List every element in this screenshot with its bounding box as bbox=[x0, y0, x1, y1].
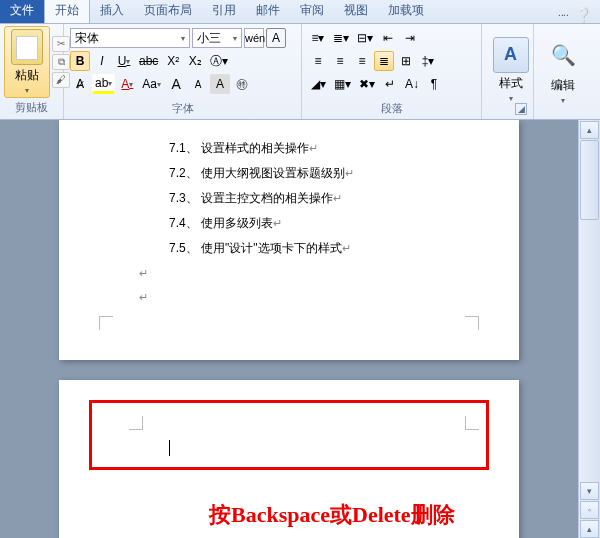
tab-mail[interactable]: 邮件 bbox=[246, 0, 290, 23]
tab-file[interactable]: 文件 bbox=[0, 0, 44, 23]
increase-indent-button[interactable]: ⇥ bbox=[400, 28, 420, 48]
chevron-down-icon: ▾ bbox=[25, 86, 29, 95]
numbering-button[interactable]: ≣▾ bbox=[330, 28, 352, 48]
sort-az-button[interactable]: A↓ bbox=[402, 74, 422, 94]
underline-button[interactable]: U▾ bbox=[114, 51, 134, 71]
ribbon: 粘贴 ▾ ✂ ⧉ 🖌 剪贴板 宋体▾ 小三▾ wén A B I U▾ abc bbox=[0, 24, 600, 120]
bullets-button[interactable]: ≡▾ bbox=[308, 28, 328, 48]
paste-icon bbox=[11, 29, 43, 65]
tab-view[interactable]: 视图 bbox=[334, 0, 378, 23]
character-border-button[interactable]: A bbox=[266, 28, 286, 48]
paragraph-mark-button[interactable]: ¶ bbox=[424, 74, 444, 94]
toc-line: 7.3、 设置主控文档的相关操作↵ bbox=[89, 190, 489, 207]
chevron-down-icon: ▾ bbox=[181, 34, 185, 43]
chevron-down-icon: ▾ bbox=[509, 94, 513, 103]
annotation-caption: 按Backspace或Delete删除 bbox=[209, 500, 455, 530]
browse-object-button[interactable]: ◦ bbox=[580, 501, 599, 519]
align-right-button[interactable]: ≡ bbox=[352, 51, 372, 71]
empty-paragraph: ↵ bbox=[89, 265, 489, 281]
prev-page-button[interactable]: ▴ bbox=[580, 520, 599, 538]
tab-addins[interactable]: 加载项 bbox=[378, 0, 434, 23]
font-name-value: 宋体 bbox=[75, 30, 99, 47]
paste-label: 粘贴 bbox=[15, 67, 39, 84]
chevron-down-icon: ▾ bbox=[233, 34, 237, 43]
ribbon-tabs: 文件 开始 插入 页面布局 引用 邮件 审阅 视图 加载项 ᠁ ❔ bbox=[0, 0, 600, 24]
styles-button[interactable]: 样式▾ bbox=[486, 26, 536, 113]
scroll-thumb[interactable] bbox=[580, 140, 599, 220]
chevron-down-icon: ▾ bbox=[561, 96, 565, 105]
group-styles: 样式▾ ◢ bbox=[482, 24, 534, 119]
font-group-label: 字体 bbox=[68, 99, 297, 118]
tab-page-layout[interactable]: 页面布局 bbox=[134, 0, 202, 23]
align-left-button[interactable]: ≡ bbox=[308, 51, 328, 71]
margin-crop-icon bbox=[99, 316, 113, 330]
help-icon[interactable]: ❔ bbox=[575, 7, 592, 23]
show-marks-button[interactable]: ↵ bbox=[380, 74, 400, 94]
tab-references[interactable]: 引用 bbox=[202, 0, 246, 23]
change-case-button[interactable]: Aa▾ bbox=[139, 74, 164, 94]
group-paragraph: ≡▾ ≣▾ ⊟▾ ⇤ ⇥ ≡ ≡ ≡ ≣ ⊞ ‡▾ ◢▾ ▦▾ ✖▾ ↵ A↓ … bbox=[302, 24, 482, 119]
minimize-ribbon-icon[interactable]: ᠁ bbox=[558, 10, 569, 21]
annotation-box bbox=[89, 400, 489, 470]
font-size-value: 小三 bbox=[197, 30, 221, 47]
sort-button[interactable]: ✖▾ bbox=[356, 74, 378, 94]
font-name-select[interactable]: 宋体▾ bbox=[70, 28, 190, 48]
document-area[interactable]: 7.1、 设置样式的相关操作↵ 7.2、 使用大纲视图设置标题级别↵ 7.3、 … bbox=[0, 120, 578, 538]
scroll-down-button[interactable]: ▾ bbox=[580, 482, 599, 500]
phonetic-guide-button[interactable]: wén bbox=[244, 28, 264, 48]
superscript-button[interactable]: X² bbox=[163, 51, 183, 71]
font-size-select[interactable]: 小三▾ bbox=[192, 28, 242, 48]
character-shading-button[interactable]: A bbox=[210, 74, 230, 94]
text-effects-button[interactable]: Ⓐ▾ bbox=[207, 51, 231, 71]
clear-format-button[interactable]: A̷ bbox=[70, 74, 90, 94]
font-color-button[interactable]: A▾ bbox=[117, 74, 137, 94]
enclose-char-button[interactable]: ㊕ bbox=[232, 74, 252, 94]
group-editing: 编辑▾ bbox=[534, 24, 584, 119]
clipboard-group-label: 剪贴板 bbox=[4, 98, 59, 117]
grow-font-button[interactable]: A bbox=[166, 74, 186, 94]
page-1: 7.1、 设置样式的相关操作↵ 7.2、 使用大纲视图设置标题级别↵ 7.3、 … bbox=[59, 120, 519, 360]
styles-icon bbox=[493, 37, 529, 73]
editing-label: 编辑 bbox=[551, 77, 575, 94]
toc-line: 7.1、 设置样式的相关操作↵ bbox=[89, 140, 489, 157]
page-2: 按Backspace或Delete删除 bbox=[59, 380, 519, 538]
empty-paragraph: ↵ bbox=[89, 289, 489, 305]
tab-review[interactable]: 审阅 bbox=[290, 0, 334, 23]
paste-button[interactable]: 粘贴 ▾ bbox=[4, 26, 50, 98]
line-spacing-button[interactable]: ‡▾ bbox=[418, 51, 438, 71]
bold-button[interactable]: B bbox=[70, 51, 90, 71]
italic-button[interactable]: I bbox=[92, 51, 112, 71]
tab-insert[interactable]: 插入 bbox=[90, 0, 134, 23]
subscript-button[interactable]: X₂ bbox=[185, 51, 205, 71]
margin-crop-icon bbox=[465, 316, 479, 330]
shrink-font-button[interactable]: A bbox=[188, 74, 208, 94]
shading-button[interactable]: ◢▾ bbox=[308, 74, 329, 94]
borders-button[interactable]: ▦▾ bbox=[331, 74, 354, 94]
paragraph-group-label: 段落 bbox=[306, 99, 477, 118]
find-icon bbox=[545, 39, 581, 75]
distribute-button[interactable]: ⊞ bbox=[396, 51, 416, 71]
tab-home[interactable]: 开始 bbox=[44, 0, 90, 23]
styles-label: 样式 bbox=[499, 75, 523, 92]
styles-dialog-launcher[interactable]: ◢ bbox=[515, 103, 527, 115]
editing-button[interactable]: 编辑▾ bbox=[538, 26, 588, 117]
group-font: 宋体▾ 小三▾ wén A B I U▾ abc X² X₂ Ⓐ▾ A̷ ab▾… bbox=[64, 24, 302, 119]
toc-line: 7.5、 使用"设计"选项卡下的样式↵ bbox=[89, 240, 489, 257]
align-center-button[interactable]: ≡ bbox=[330, 51, 350, 71]
vertical-scrollbar[interactable]: ▴ ▾ ◦ ▴ ▾ bbox=[578, 120, 600, 538]
group-clipboard: 粘贴 ▾ ✂ ⧉ 🖌 剪贴板 bbox=[0, 24, 64, 119]
text-cursor bbox=[169, 440, 170, 456]
highlight-button[interactable]: ab▾ bbox=[92, 74, 115, 94]
toc-line: 7.2、 使用大纲视图设置标题级别↵ bbox=[89, 165, 489, 182]
multilevel-list-button[interactable]: ⊟▾ bbox=[354, 28, 376, 48]
decrease-indent-button[interactable]: ⇤ bbox=[378, 28, 398, 48]
justify-button[interactable]: ≣ bbox=[374, 51, 394, 71]
strikethrough-button[interactable]: abc bbox=[136, 51, 161, 71]
scroll-up-button[interactable]: ▴ bbox=[580, 121, 599, 139]
toc-line: 7.4、 使用多级列表↵ bbox=[89, 215, 489, 232]
